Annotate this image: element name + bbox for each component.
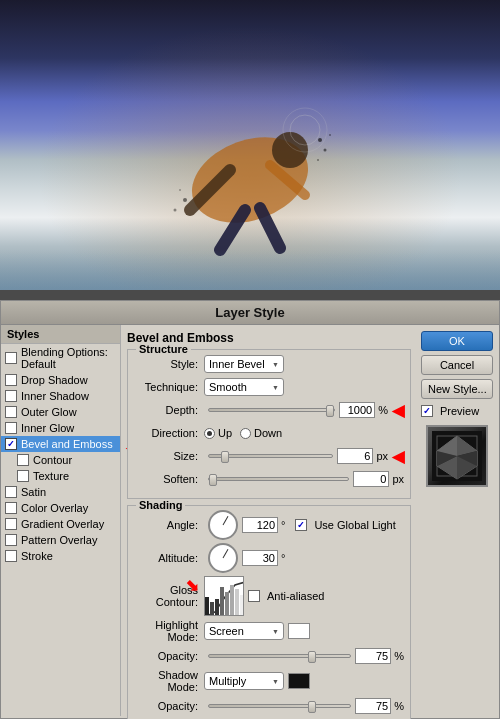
blending-checkbox[interactable] — [5, 352, 17, 364]
size-input[interactable] — [337, 448, 373, 464]
direction-radio-group: Up Down — [204, 427, 282, 439]
style-select[interactable]: Inner Bevel — [204, 355, 284, 373]
soften-slider[interactable] — [208, 477, 349, 481]
highlight-opacity-slider[interactable] — [208, 654, 351, 658]
technique-select-value: Smooth — [209, 381, 268, 393]
satin-checkbox[interactable] — [5, 486, 17, 498]
style-item-outer-glow[interactable]: Outer Glow — [1, 404, 120, 420]
highlight-mode-value: Screen — [209, 625, 268, 637]
soften-input[interactable] — [353, 471, 389, 487]
shadow-opacity-input[interactable] — [355, 698, 391, 714]
svg-point-10 — [183, 198, 187, 202]
angle-unit: ° — [281, 519, 285, 531]
preview-swatch — [426, 425, 488, 487]
texture-checkbox[interactable] — [17, 470, 29, 482]
shadow-opacity-control: % — [204, 698, 404, 714]
shading-label: Shading — [136, 499, 185, 511]
shadow-opacity-thumb[interactable] — [308, 701, 316, 713]
main-content: Bevel and Emboss Structure Style: Inner … — [121, 325, 417, 716]
depth-slider[interactable] — [208, 408, 335, 412]
dialog-title: Layer Style — [1, 301, 499, 325]
svg-point-9 — [329, 134, 331, 136]
gloss-contour-control: ➡ — [204, 576, 404, 616]
anti-aliased-checkbox[interactable] — [248, 590, 260, 602]
angle-dial[interactable] — [208, 510, 238, 540]
svg-point-12 — [179, 189, 181, 191]
style-item-inner-glow[interactable]: Inner Glow — [1, 420, 120, 436]
angle-input[interactable] — [242, 517, 278, 533]
direction-label: Direction: — [134, 427, 204, 439]
contour-checkbox[interactable] — [17, 454, 29, 466]
preview-label: Preview — [440, 405, 479, 417]
preview-row: Preview — [421, 405, 493, 417]
direction-up-item[interactable]: Up — [204, 427, 232, 439]
shadow-opacity-unit: % — [394, 700, 404, 712]
highlight-opacity-label: Opacity: — [134, 650, 204, 662]
preview-swatch-svg — [432, 431, 482, 481]
shadow-opacity-slider[interactable] — [208, 704, 351, 708]
stroke-checkbox[interactable] — [5, 550, 17, 562]
inner-shadow-checkbox[interactable] — [5, 390, 17, 402]
shadow-color-swatch[interactable] — [288, 673, 310, 689]
soften-label: Soften: — [134, 473, 204, 485]
inner-glow-checkbox[interactable] — [5, 422, 17, 434]
use-global-light-checkbox[interactable] — [295, 519, 307, 531]
angle-label: Angle: — [134, 519, 204, 531]
altitude-dial[interactable] — [208, 543, 238, 573]
shadow-opacity-row: Opacity: % — [134, 696, 404, 716]
outer-glow-checkbox[interactable] — [5, 406, 17, 418]
size-slider-thumb[interactable] — [221, 451, 229, 463]
svg-point-1 — [272, 132, 308, 168]
soften-row: Soften: px — [134, 469, 404, 489]
highlight-mode-select[interactable]: Screen — [204, 622, 284, 640]
highlight-color-swatch[interactable] — [288, 623, 310, 639]
svg-point-8 — [317, 159, 319, 161]
style-item-bevel-emboss[interactable]: Bevel and Emboss ◀ — [1, 436, 120, 452]
highlight-opacity-input[interactable] — [355, 648, 391, 664]
style-item-pattern-overlay[interactable]: Pattern Overlay — [1, 532, 120, 548]
styles-header: Styles — [1, 325, 120, 344]
shadow-mode-select[interactable]: Multiply — [204, 672, 284, 690]
ok-button[interactable]: OK — [421, 331, 493, 351]
highlight-opacity-thumb[interactable] — [308, 651, 316, 663]
soften-slider-thumb[interactable] — [209, 474, 217, 486]
direction-down-radio[interactable] — [240, 428, 251, 439]
style-row: Style: Inner Bevel — [134, 354, 404, 374]
style-item-stroke[interactable]: Stroke — [1, 548, 120, 564]
highlight-mode-label: Highlight Mode: — [134, 619, 204, 643]
bevel-emboss-checkbox[interactable] — [5, 438, 17, 450]
technique-select[interactable]: Smooth — [204, 378, 284, 396]
depth-slider-thumb[interactable] — [326, 405, 334, 417]
style-item-color-overlay[interactable]: Color Overlay — [1, 500, 120, 516]
direction-down-item[interactable]: Down — [240, 427, 282, 439]
style-item-contour[interactable]: Contour — [1, 452, 120, 468]
style-item-blending[interactable]: Blending Options: Default — [1, 344, 120, 372]
style-item-gradient-overlay[interactable]: Gradient Overlay — [1, 516, 120, 532]
pattern-overlay-checkbox[interactable] — [5, 534, 17, 546]
technique-row: Technique: Smooth — [134, 377, 404, 397]
svg-rect-17 — [215, 599, 219, 616]
size-slider[interactable] — [208, 454, 333, 458]
contour-thumbnail[interactable] — [204, 576, 244, 616]
structure-label: Structure — [136, 343, 191, 355]
direction-up-radio[interactable] — [204, 428, 215, 439]
depth-input[interactable] — [339, 402, 375, 418]
style-item-satin[interactable]: Satin — [1, 484, 120, 500]
size-row: Size: px ◀ — [134, 446, 404, 466]
new-style-button[interactable]: New Style... — [421, 379, 493, 399]
gradient-overlay-checkbox[interactable] — [5, 518, 17, 530]
direction-down-label: Down — [254, 427, 282, 439]
size-unit: px — [376, 450, 388, 462]
highlight-opacity-unit: % — [394, 650, 404, 662]
color-overlay-checkbox[interactable] — [5, 502, 17, 514]
svg-rect-22 — [240, 595, 244, 616]
style-item-drop-shadow[interactable]: Drop Shadow — [1, 372, 120, 388]
style-item-inner-shadow[interactable]: Inner Shadow — [1, 388, 120, 404]
shadow-mode-row: Shadow Mode: Multiply — [134, 669, 404, 693]
altitude-input[interactable] — [242, 550, 278, 566]
drop-shadow-checkbox[interactable] — [5, 374, 17, 386]
preview-checkbox[interactable] — [421, 405, 433, 417]
gloss-contour-row: Gloss Contour: ➡ — [134, 576, 404, 616]
style-item-texture[interactable]: Texture — [1, 468, 120, 484]
cancel-button[interactable]: Cancel — [421, 355, 493, 375]
